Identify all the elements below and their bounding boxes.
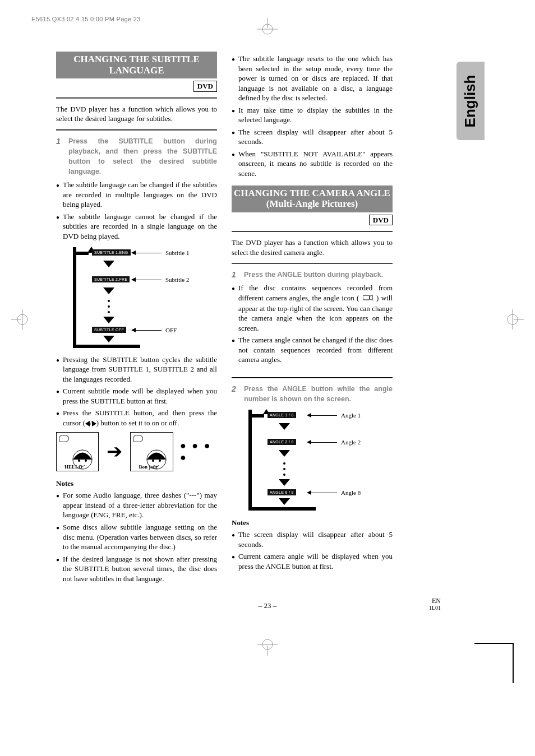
divider — [232, 263, 393, 264]
crop-mark-top-icon — [256, 18, 279, 40]
label-angle-2: Angle 2 — [341, 439, 361, 446]
dvd-badge: DVD — [193, 81, 217, 92]
step-2: 2 Press the ANGLE button while the angle… — [232, 384, 393, 404]
step-number: 1 — [56, 136, 63, 177]
bullet-text: Press the SUBTITLE button, and then pres… — [63, 408, 217, 428]
badge-row: DVD — [232, 215, 393, 226]
label-subtitle-1: Subtitle 1 — [165, 249, 189, 256]
osd-angle-1: ANGLE 1 / 8 — [268, 412, 296, 418]
divider — [232, 231, 393, 232]
osd-angle-2: ANGLE 2 / 8 — [268, 439, 296, 445]
cartoon-panel-hello: HELLO — [56, 432, 99, 471]
bullet-text: The camera angle cannot be changed if th… — [238, 335, 393, 365]
section-title-subtitle: CHANGING THE SUBTITLE LANGUAGE — [56, 52, 217, 78]
crop-mark-bottom-icon — [256, 633, 279, 656]
divider — [232, 377, 393, 378]
bullet-list: The subtitle language can be changed if … — [56, 180, 217, 241]
step-1: 1 Press the SUBTITLE button during playb… — [56, 136, 217, 177]
svg-point-16 — [152, 460, 154, 462]
step-text: Press the ANGLE button during playback. — [244, 270, 383, 280]
osd-subtitle-1: SUBTITLE 1.ENG — [92, 249, 131, 256]
note-text: Current camera angle will be displayed w… — [238, 551, 393, 571]
cursor-right-icon — [92, 421, 96, 426]
speech-bubble-icon — [133, 435, 143, 442]
cartoon-panel-bonjour: Bon jour — [130, 432, 173, 471]
footer-en: EN — [429, 597, 441, 605]
subtitle-cycle-diagram: SUBTITLE 1.ENG Subtitle 1 SUBTITLE 2.FRE… — [73, 247, 213, 348]
note-text: For some Audio language, three dashes ("… — [63, 490, 217, 520]
print-header: E5615.QX3 02.4.15 0:00 PM Page 23 — [31, 16, 141, 22]
osd-subtitle-off: SUBTITLE OFF — [92, 327, 126, 333]
caption-hello: HELLO — [64, 464, 82, 470]
step-number: 2 — [232, 384, 238, 404]
svg-point-14 — [85, 460, 87, 462]
crop-corner-icon — [513, 644, 514, 683]
bullet-text: The subtitle language can be changed if … — [63, 180, 217, 210]
note-text: The screen display will disappear after … — [238, 530, 393, 549]
arrow-right-icon: ➔ — [107, 442, 122, 461]
crop-mark-left-icon — [11, 308, 34, 331]
cursor-left-icon — [85, 421, 90, 426]
note-text: The subtitle language resets to the one … — [238, 54, 393, 103]
bullet-text: The subtitle language cannot be changed … — [63, 212, 217, 242]
label-subtitle-off: OFF — [165, 327, 177, 333]
bullet-list-continued: The subtitle language resets to the one … — [232, 54, 393, 179]
content-columns: CHANGING THE SUBTITLE LANGUAGE DVD The D… — [56, 52, 393, 586]
svg-point-17 — [159, 460, 161, 462]
divider — [56, 98, 217, 99]
step-text: Press the ANGLE button while the angle n… — [244, 384, 393, 404]
section-title-angle: CHANGING THE CAMERA ANGLE (Multi-Angle P… — [232, 185, 393, 212]
right-column: The subtitle language resets to the one … — [232, 52, 393, 586]
ellipsis-icon: ● ● ● ● — [180, 440, 217, 463]
bullet-list: Pressing the SUBTITLE button cycles the … — [56, 355, 217, 428]
note-text: If the desired language is not shown aft… — [63, 554, 217, 584]
intro-text: The DVD player has a function which allo… — [56, 104, 217, 124]
caption-bonjour: Bon jour — [139, 464, 158, 470]
step-text: Press the SUBTITLE button during playbac… — [68, 136, 217, 177]
note-text: The screen display will disappear after … — [238, 127, 393, 147]
intro-text: The DVD player has a function which allo… — [232, 238, 393, 257]
footer-right: EN 1L01 — [429, 597, 441, 611]
notes-list: The screen display will disappear after … — [232, 530, 393, 571]
notes-heading: Notes — [232, 518, 393, 527]
badge-row: DVD — [56, 81, 217, 92]
notes-heading: Notes — [56, 479, 217, 488]
page: E5615.QX3 02.4.15 0:00 PM Page 23 Englis… — [0, 0, 535, 756]
page-number: – 23 – — [259, 601, 277, 610]
language-tab-label: English — [462, 75, 479, 127]
notes-list: For some Audio language, three dashes ("… — [56, 490, 217, 583]
note-text: It may take time to display the subtitle… — [238, 105, 393, 125]
bullet-text: Pressing the SUBTITLE button cycles the … — [63, 355, 217, 384]
note-text: When "SUBTITLE NOT AVAILABLE" appears on… — [238, 149, 393, 179]
note-text: Some discs allow subtitle language setti… — [63, 522, 217, 552]
step-1: 1 Press the ANGLE button during playback… — [232, 270, 393, 280]
bullet-text: If the disc contains sequences recorded … — [238, 283, 393, 333]
divider — [56, 129, 217, 131]
crop-mark-right-icon — [501, 308, 524, 331]
footer-code: 1L01 — [429, 605, 441, 611]
osd-angle-8: ANGLE 8 / 8 — [268, 489, 296, 495]
svg-rect-18 — [363, 295, 370, 300]
angle-cycle-diagram: ANGLE 1 / 8 Angle 1 ANGLE 2 / 8 Angle 2 … — [248, 410, 389, 511]
bullet-list: If the disc contains sequences recorded … — [232, 283, 393, 365]
speech-bubble-icon — [59, 435, 69, 442]
svg-point-13 — [78, 460, 80, 462]
step-number: 1 — [232, 270, 238, 280]
label-angle-1: Angle 1 — [341, 412, 361, 419]
crop-corner-icon — [474, 643, 514, 644]
osd-subtitle-2: SUBTITLE 2.FRE — [92, 276, 130, 282]
left-column: CHANGING THE SUBTITLE LANGUAGE DVD The D… — [56, 52, 217, 586]
cartoon-row: HELLO ➔ Bon jour ● ● ● ● — [56, 432, 217, 471]
dvd-badge: DVD — [369, 215, 393, 226]
label-subtitle-2: Subtitle 2 — [165, 276, 189, 283]
angle-icon — [363, 294, 373, 304]
language-tab: English — [456, 62, 485, 140]
label-angle-8: Angle 8 — [341, 489, 361, 496]
bullet-text: Current subtitle mode will be displayed … — [63, 386, 217, 406]
